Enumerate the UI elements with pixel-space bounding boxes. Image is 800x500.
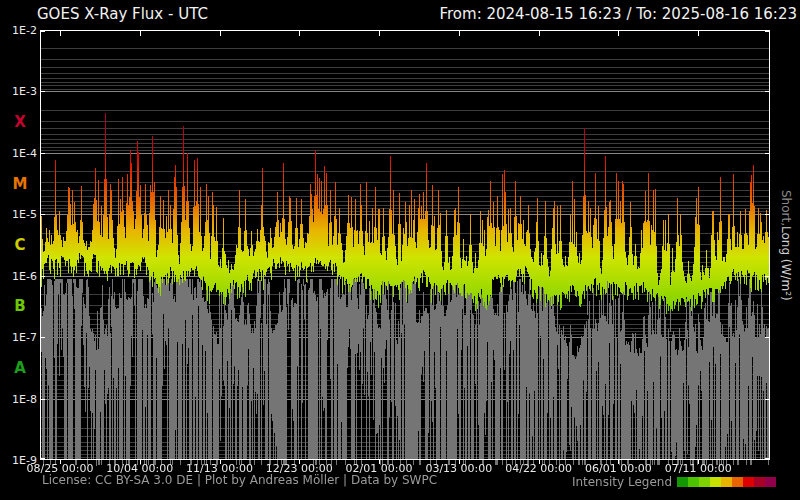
y-tick-label: 1E-3	[0, 85, 37, 98]
intensity-legend-colorbar	[677, 477, 776, 487]
x-tick-label: 06/01 00:00	[573, 462, 663, 475]
x-tick-label: 07/11 00:00	[653, 462, 743, 475]
flare-class-label-b: B	[8, 297, 32, 315]
xray-flux-plot-canvas	[40, 30, 770, 467]
goes-xray-flux-page: GOES X-Ray Flux - UTC From: 2024-08-15 1…	[0, 0, 800, 500]
intensity-legend: Intensity Legend	[572, 475, 776, 489]
legend-color-cell	[754, 477, 765, 487]
flare-class-label-m: M	[8, 175, 32, 193]
legend-color-cell	[765, 477, 776, 487]
legend-color-cell	[710, 477, 721, 487]
x-tick-label: 04/22 00:00	[494, 462, 584, 475]
right-axis-short-label: Short,	[779, 190, 793, 226]
y-tick-label: 1E-5	[0, 208, 37, 221]
legend-color-cell	[688, 477, 699, 487]
right-axis-label: Short, Long (W/m²)	[776, 30, 796, 460]
legend-color-cell	[677, 477, 688, 487]
intensity-legend-label: Intensity Legend	[572, 475, 672, 489]
y-tick-label: 1E-4	[0, 147, 37, 160]
y-tick-label: 1E-8	[0, 393, 37, 406]
page-title: GOES X-Ray Flux - UTC	[37, 5, 208, 23]
y-tick-label: 1E-2	[0, 24, 37, 37]
right-axis-long-label: Long (W/m²)	[779, 226, 793, 301]
y-tick-label: 1E-7	[0, 331, 37, 344]
license-text: License: CC BY-SA 3.0 DE | Plot by Andre…	[42, 473, 437, 487]
legend-color-cell	[699, 477, 710, 487]
y-tick-label: 1E-6	[0, 270, 37, 283]
flare-class-label-x: X	[8, 113, 32, 131]
legend-color-cell	[743, 477, 754, 487]
time-range-label: From: 2024-08-15 16:23 / To: 2025-08-16 …	[439, 5, 797, 23]
legend-color-cell	[721, 477, 732, 487]
flare-class-label-a: A	[8, 359, 32, 377]
flare-class-label-c: C	[8, 236, 32, 254]
legend-color-cell	[732, 477, 743, 487]
